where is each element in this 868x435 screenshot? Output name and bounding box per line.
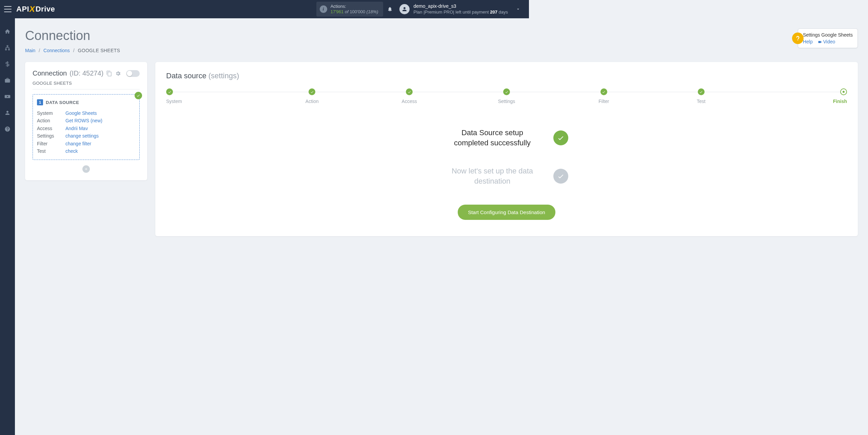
rail-services[interactable] — [0, 74, 15, 87]
ds-row: SystemGoogle Sheets — [37, 109, 135, 117]
check-badge-icon — [135, 92, 142, 99]
actions-used: 17'961 — [331, 9, 344, 14]
next-step-message: Now let's set up the data destination — [445, 166, 529, 186]
ds-value-link[interactable]: Google Sheets — [65, 109, 97, 117]
ds-value-link[interactable]: Andrii Mav — [65, 125, 88, 132]
success-message: Data Source setup completed successfully — [445, 128, 529, 148]
rail-connections[interactable] — [0, 41, 15, 54]
info-icon: i — [320, 5, 327, 13]
ds-key: Filter — [37, 140, 65, 147]
rail-help[interactable] — [0, 123, 15, 136]
rail-video[interactable] — [0, 90, 15, 103]
side-rail — [0, 18, 15, 266]
ds-step-number: 1 — [37, 99, 43, 105]
notifications-button[interactable] — [383, 6, 397, 12]
step-check-icon — [309, 88, 315, 95]
gear-icon[interactable] — [115, 70, 121, 77]
wizard-subtitle: (settings) — [209, 71, 239, 80]
ds-key: System — [37, 109, 65, 117]
ds-row: Testcheck — [37, 147, 135, 155]
plan-text: Plan |Premium PRO| left until payment — [414, 9, 490, 15]
ds-row: Filterchange filter — [37, 140, 135, 147]
connection-service: GOOGLE SHEETS — [33, 81, 140, 89]
step-label: Settings — [498, 99, 515, 104]
youtube-icon — [4, 94, 11, 100]
data-source-box[interactable]: 1 DATA SOURCE SystemGoogle SheetsActionG… — [33, 94, 140, 160]
menu-toggle[interactable] — [4, 6, 12, 12]
plan-days: 207 — [490, 9, 497, 15]
step-check-icon — [406, 88, 413, 95]
rail-billing[interactable] — [0, 58, 15, 70]
question-icon — [4, 126, 11, 132]
breadcrumb-current: GOOGLE SHEETS — [78, 48, 120, 53]
rail-home[interactable] — [0, 25, 15, 38]
ds-title: DATA SOURCE — [46, 100, 79, 105]
step-settings[interactable]: Settings — [458, 88, 529, 104]
stepper: SystemActionAccessSettingsFilterTestFini… — [166, 88, 529, 104]
breadcrumb-connections[interactable]: Connections — [43, 48, 70, 53]
actions-of: of — [343, 9, 350, 14]
logo-text-drive: Drive — [36, 5, 55, 14]
ds-key: Action — [37, 117, 65, 124]
ds-value-link[interactable]: check — [65, 147, 78, 155]
connection-title: Connection — [33, 69, 67, 77]
actions-total: 100'000 — [350, 9, 365, 14]
page-title: Connection — [25, 28, 120, 43]
add-destination-button[interactable] — [82, 165, 90, 173]
ds-row: ActionGet ROWS (new) — [37, 117, 135, 124]
step-label: Access — [402, 99, 417, 104]
logo-text-api: API — [16, 5, 29, 14]
connection-summary-card: Connection (ID: 45274) GOOGLE SHEETS 1 D… — [25, 62, 147, 180]
user-icon — [4, 110, 11, 116]
ds-row: Settingschange settings — [37, 132, 135, 140]
dollar-icon — [4, 61, 11, 67]
ds-value-link[interactable]: change filter — [65, 140, 91, 147]
step-system[interactable]: System — [166, 88, 263, 104]
wizard-card: Data source (settings) SystemActionAcces… — [155, 62, 529, 236]
ds-key: Test — [37, 147, 65, 155]
actions-counter[interactable]: i Actions: 17'961 of 100'000 (18%) — [316, 2, 383, 17]
sitemap-icon — [4, 45, 11, 51]
step-check-icon — [166, 88, 173, 95]
logo-text-x: X — [29, 4, 36, 14]
avatar-icon — [399, 4, 410, 14]
ds-value-link[interactable]: change settings — [65, 132, 99, 140]
main-content: Connection Main / Connections / GOOGLE S… — [15, 18, 529, 266]
actions-label: Actions: — [331, 4, 378, 9]
plan-suffix: days — [497, 9, 508, 15]
copy-icon[interactable] — [106, 70, 112, 77]
ds-value-link[interactable]: Get ROWS (new) — [65, 117, 102, 124]
breadcrumb: Main / Connections / GOOGLE SHEETS — [25, 48, 120, 53]
step-label: Action — [305, 99, 319, 104]
user-menu[interactable]: demo_apix-drive_s3 Plan |Premium PRO| le… — [399, 3, 508, 15]
step-access[interactable]: Access — [361, 88, 458, 104]
start-destination-button[interactable]: Start Configuring Data Destination — [458, 205, 529, 220]
brand-logo[interactable]: APIXDrive — [16, 4, 55, 14]
home-icon — [4, 28, 11, 35]
connection-toggle[interactable] — [126, 70, 140, 77]
bell-icon — [387, 6, 393, 12]
chevron-down-icon — [516, 7, 520, 12]
username: demo_apix-drive_s3 — [414, 3, 508, 9]
ds-key: Access — [37, 125, 65, 132]
wizard-title: Data source — [166, 71, 209, 80]
step-label: System — [166, 99, 182, 104]
ds-row: AccessAndrii Mav — [37, 125, 135, 132]
user-dropdown-toggle[interactable] — [511, 7, 525, 12]
step-action[interactable]: Action — [263, 88, 361, 104]
app-header: APIXDrive i Actions: 17'961 of 100'000 (… — [0, 0, 529, 18]
rail-account[interactable] — [0, 106, 15, 119]
actions-pct: (18%) — [365, 9, 378, 14]
plus-icon — [84, 167, 88, 171]
breadcrumb-main[interactable]: Main — [25, 48, 35, 53]
ds-key: Settings — [37, 132, 65, 140]
briefcase-icon — [4, 77, 11, 83]
step-check-icon — [503, 88, 510, 95]
connection-id: (ID: 45274) — [70, 69, 103, 77]
